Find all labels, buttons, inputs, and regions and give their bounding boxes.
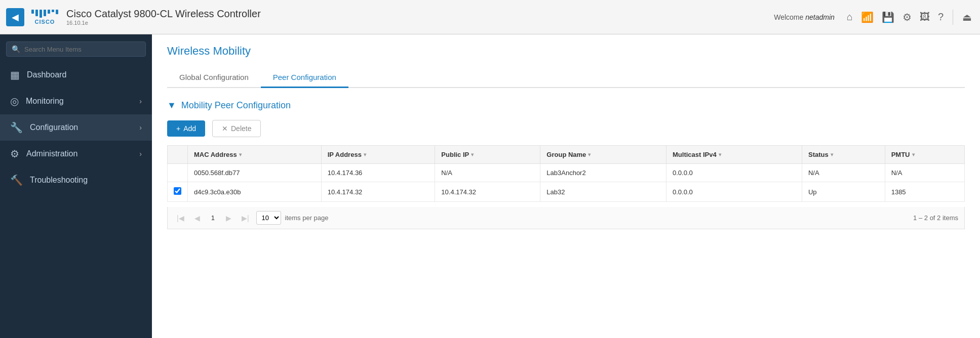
add-button[interactable]: + Add [167, 120, 205, 137]
ip-sort-icon: ▾ [364, 152, 366, 157]
sidebar-item-dashboard[interactable]: ▦ Dashboard [0, 62, 152, 88]
cisco-text: CISCO [35, 19, 55, 25]
add-icon: + [176, 124, 180, 133]
tabs: Global Configuration Peer Configuration [167, 68, 965, 88]
cell-mac: 0050.568f.db77 [188, 164, 322, 182]
administration-icon: ⚙ [10, 148, 19, 160]
cell-ip: 10.4.174.32 [321, 182, 435, 202]
next-page-button[interactable]: ▶ [223, 213, 234, 223]
sidebar-item-administration[interactable]: ⚙ Administration › [0, 141, 152, 167]
sidebar-item-troubleshooting[interactable]: 🔨 Troubleshooting [0, 167, 152, 193]
configuration-icon: 🔧 [10, 121, 23, 134]
status-sort-icon: ▾ [831, 152, 833, 157]
delete-icon: ✕ [222, 124, 228, 133]
col-ip[interactable]: IP Address ▾ [321, 146, 435, 164]
logout-icon[interactable]: ⏏ [960, 9, 974, 25]
app-title: Cisco Catalyst 9800-CL Wireless Controll… [66, 8, 774, 20]
pagination: |◀ ◀ 1 ▶ ▶| 10 25 50 items per page 1 – … [167, 207, 965, 229]
search-icon: 🔍 [12, 45, 20, 53]
cell-ip: 10.4.174.36 [321, 164, 435, 182]
total-items: 1 – 2 of 2 items [913, 214, 958, 222]
prev-page-button[interactable]: ◀ [191, 213, 203, 223]
page-title: Wireless Mobility [167, 45, 965, 58]
top-header: ◀ CISCO Cisco Catalyst 9800-CL Wireless … [0, 0, 980, 34]
cell-multicast: 0.0.0.0 [667, 164, 802, 182]
current-page: 1 [207, 213, 219, 223]
cell-pmtu: 1385 [885, 182, 964, 202]
col-mac[interactable]: MAC Address ▾ [188, 146, 322, 164]
col-public-ip[interactable]: Public IP ▾ [435, 146, 540, 164]
cell-group_name: Lab32 [540, 182, 667, 202]
per-page-label: items per page [285, 214, 329, 222]
cell-status: N/A [802, 164, 885, 182]
cell-mac: d4c9.3c0a.e30b [188, 182, 322, 202]
col-status[interactable]: Status ▾ [802, 146, 885, 164]
table-row: 0050.568f.db7710.4.174.36N/ALab3Anchor20… [168, 164, 965, 182]
publicip-sort-icon: ▾ [471, 152, 474, 157]
sidebar: 🔍 ▦ Dashboard ◎ Monitoring › 🔧 Configura… [0, 34, 152, 338]
username: netadmin [805, 13, 835, 21]
help-icon[interactable]: ? [936, 9, 946, 25]
sidebar-item-administration-label: Administration [26, 149, 77, 158]
section-collapse-icon[interactable]: ▼ [167, 100, 176, 111]
search-input[interactable] [24, 46, 140, 53]
dashboard-icon: ▦ [10, 69, 20, 81]
add-label: Add [183, 124, 196, 133]
administration-chevron-icon: › [139, 150, 142, 158]
search-box[interactable]: 🔍 [6, 41, 146, 57]
settings-icon[interactable]: ⚙ [900, 9, 914, 25]
col-checkbox [168, 146, 188, 164]
section-header: ▼ Mobility Peer Configuration [167, 100, 965, 111]
cell-pmtu: N/A [885, 164, 964, 182]
groupname-sort-icon: ▾ [588, 152, 591, 157]
app-version: 16.10.1e [66, 20, 774, 26]
cell-public_ip: 10.4.174.32 [435, 182, 540, 202]
back-button[interactable]: ◀ [6, 8, 24, 26]
welcome-text: Welcome netadmin [774, 13, 835, 21]
col-multicast[interactable]: Multicast IPv4 ▾ [667, 146, 802, 164]
app-title-block: Cisco Catalyst 9800-CL Wireless Controll… [66, 8, 774, 26]
sidebar-item-monitoring[interactable]: ◎ Monitoring › [0, 88, 152, 114]
button-row: + Add ✕ Delete [167, 120, 965, 137]
cisco-logo: CISCO [31, 10, 58, 25]
admin-icon[interactable]: 🖼 [918, 9, 932, 25]
tab-peer[interactable]: Peer Configuration [261, 68, 348, 88]
configuration-chevron-icon: › [139, 123, 142, 132]
table-row: d4c9.3c0a.e30b10.4.174.3210.4.174.32Lab3… [168, 182, 965, 202]
sidebar-item-configuration-label: Configuration [30, 123, 78, 132]
col-group-name[interactable]: Group Name ▾ [540, 146, 667, 164]
sidebar-item-troubleshooting-label: Troubleshooting [30, 176, 88, 185]
monitoring-chevron-icon: › [139, 97, 142, 105]
first-page-button[interactable]: |◀ [174, 213, 187, 223]
row-checkbox[interactable] [174, 187, 181, 195]
monitoring-icon: ◎ [10, 95, 19, 107]
cell-group_name: Lab3Anchor2 [540, 164, 667, 182]
sidebar-item-dashboard-label: Dashboard [27, 70, 66, 79]
multicast-sort-icon: ▾ [719, 152, 721, 157]
data-table: MAC Address ▾ IP Address ▾ Public IP [167, 145, 965, 202]
cell-public_ip: N/A [435, 164, 540, 182]
cisco-bars-icon [31, 10, 58, 18]
mac-sort-icon: ▾ [239, 152, 242, 157]
page-nav: |◀ ◀ 1 ▶ ▶| [174, 213, 252, 223]
last-page-button[interactable]: ▶| [239, 213, 252, 223]
cell-multicast: 0.0.0.0 [667, 182, 802, 202]
home-icon[interactable]: ⌂ [845, 9, 855, 25]
pmtu-sort-icon: ▾ [912, 152, 915, 157]
sidebar-item-monitoring-label: Monitoring [26, 97, 64, 106]
section-title: Mobility Peer Configuration [181, 100, 291, 111]
header-divider [953, 10, 953, 25]
delete-label: Delete [231, 124, 251, 133]
header-right: Welcome netadmin ⌂ 📶 💾 ⚙ 🖼 ? ⏏ [774, 9, 974, 25]
table-header-row: MAC Address ▾ IP Address ▾ Public IP [168, 146, 965, 164]
layout: 🔍 ▦ Dashboard ◎ Monitoring › 🔧 Configura… [0, 34, 980, 338]
delete-button[interactable]: ✕ Delete [212, 120, 261, 137]
cell-status: Up [802, 182, 885, 202]
col-pmtu[interactable]: PMTU ▾ [885, 146, 964, 164]
save-icon[interactable]: 💾 [880, 9, 896, 25]
wifi-icon[interactable]: 📶 [859, 9, 876, 25]
per-page-select[interactable]: 10 25 50 [256, 211, 281, 225]
main-content: Wireless Mobility Global Configuration P… [152, 34, 980, 338]
tab-global[interactable]: Global Configuration [167, 68, 261, 88]
sidebar-item-configuration[interactable]: 🔧 Configuration › [0, 114, 152, 141]
